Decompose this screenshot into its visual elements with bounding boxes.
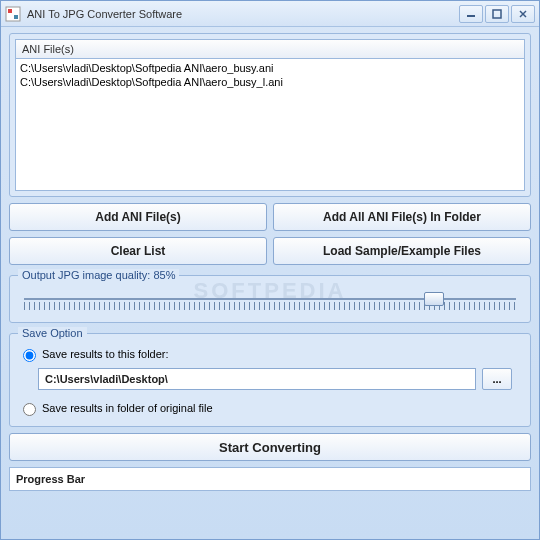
quality-slider-wrap: [18, 284, 522, 316]
radio-save-to-folder[interactable]: [23, 349, 36, 362]
quality-legend: Output JPG image quality: 85%: [18, 269, 179, 281]
progress-bar-label: Progress Bar: [16, 473, 85, 485]
button-row-1: Add ANI File(s) Add All ANI File(s) In F…: [9, 203, 531, 231]
output-folder-input[interactable]: [38, 368, 476, 390]
file-listbox[interactable]: C:\Users\vladi\Desktop\Softpedia ANI\aer…: [15, 59, 525, 191]
file-list-panel: ANI File(s) C:\Users\vladi\Desktop\Softp…: [9, 33, 531, 197]
list-item[interactable]: C:\Users\vladi\Desktop\Softpedia ANI\aer…: [20, 61, 520, 75]
window-title: ANI To JPG Converter Software: [27, 8, 457, 20]
app-icon: [5, 6, 21, 22]
app-window: ANI To JPG Converter Software ANI File(s…: [0, 0, 540, 540]
close-button[interactable]: [511, 5, 535, 23]
add-files-button[interactable]: Add ANI File(s): [9, 203, 267, 231]
radio-save-to-folder-label: Save results to this folder:: [42, 348, 169, 360]
svg-rect-1: [8, 9, 12, 13]
save-option-legend: Save Option: [18, 327, 87, 339]
content-area: ANI File(s) C:\Users\vladi\Desktop\Softp…: [1, 27, 539, 539]
button-row-2: Clear List Load Sample/Example Files: [9, 237, 531, 265]
radio-save-original[interactable]: [23, 403, 36, 416]
load-sample-button[interactable]: Load Sample/Example Files: [273, 237, 531, 265]
quality-slider[interactable]: [24, 292, 516, 312]
path-row: ...: [38, 368, 512, 390]
clear-list-button[interactable]: Clear List: [9, 237, 267, 265]
file-list-header: ANI File(s): [15, 39, 525, 59]
quality-slider-thumb[interactable]: [424, 292, 444, 306]
save-option-fieldset: Save Option Save results to this folder:…: [9, 333, 531, 427]
svg-rect-2: [14, 15, 18, 19]
browse-button[interactable]: ...: [482, 368, 512, 390]
start-converting-button[interactable]: Start Converting: [9, 433, 531, 461]
add-folder-button[interactable]: Add All ANI File(s) In Folder: [273, 203, 531, 231]
progress-bar-panel: Progress Bar: [9, 467, 531, 491]
quality-fieldset: Output JPG image quality: 85%: [9, 275, 531, 323]
radio-save-to-folder-row: Save results to this folder:: [18, 346, 522, 362]
radio-save-original-label: Save results in folder of original file: [42, 402, 213, 414]
radio-save-original-row: Save results in folder of original file: [18, 400, 522, 416]
minimize-button[interactable]: [459, 5, 483, 23]
list-item[interactable]: C:\Users\vladi\Desktop\Softpedia ANI\aer…: [20, 75, 520, 89]
svg-rect-4: [493, 10, 501, 18]
titlebar: ANI To JPG Converter Software: [1, 1, 539, 27]
maximize-button[interactable]: [485, 5, 509, 23]
